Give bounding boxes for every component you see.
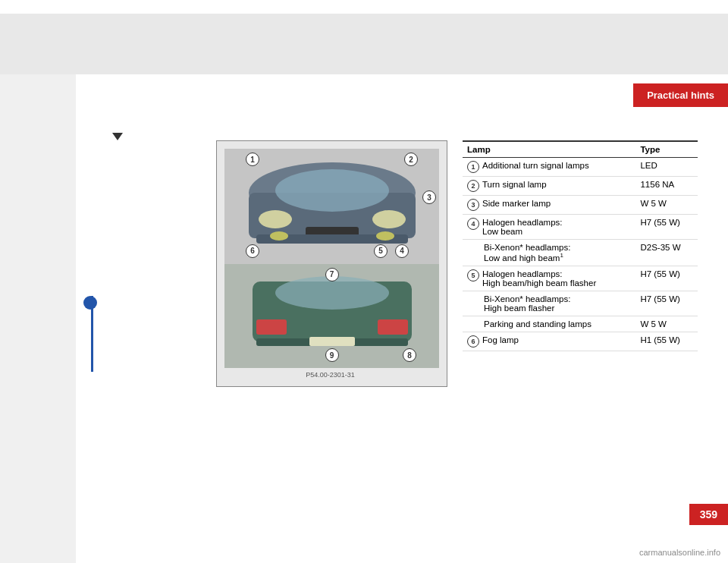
lamp-cell: 4 Halogen headlamps:Low beam (463, 215, 635, 240)
lamp-num-5: 5 (467, 269, 479, 282)
type-cell-4: H7 (55 W) (635, 215, 698, 240)
lamp-desc-2: Turn signal lamp (482, 180, 631, 189)
table-row: 6 Fog lamp H1 (55 W) (463, 332, 698, 351)
lamp-cell-sub2: Parking and standing lamps (463, 316, 635, 332)
type-cell-5c: W 5 W (635, 316, 698, 332)
svg-rect-11 (256, 319, 287, 335)
car-diagram: 1 2 3 4 5 6 7 8 9 P54.00-2301-31 (216, 140, 447, 387)
page-number-box: 359 (689, 504, 728, 525)
type-cell-6: H1 (55 W) (635, 332, 698, 351)
type-cell-4b: D2S-35 W (635, 240, 698, 266)
col-type-header: Type (635, 141, 698, 158)
lamp-cell: 5 Halogen headlamps:High beam/high beam … (463, 266, 635, 291)
arrow-down-icon (112, 133, 123, 140)
table-row: Parking and standing lamps W 5 W (463, 316, 698, 332)
table-row: 1 Additional turn signal lamps LED (463, 158, 698, 177)
svg-point-8 (376, 231, 394, 241)
car-front-view: 1 2 3 4 5 6 (224, 149, 439, 264)
diagram-num-2: 2 (404, 153, 418, 166)
svg-point-10 (275, 276, 389, 310)
diagram-num-4: 4 (395, 244, 409, 258)
type-cell-1: LED (635, 158, 698, 177)
table-row: Bi-Xenon* headlamps:Low and high beam1 D… (463, 240, 698, 266)
lamp-desc-4: Halogen headlamps:Low beam (482, 218, 631, 236)
table-row: 4 Halogen headlamps:Low beam H7 (55 W) (463, 215, 698, 240)
svg-point-7 (270, 231, 288, 241)
lamp-cell: 2 Turn signal lamp (463, 177, 635, 196)
svg-point-2 (275, 169, 389, 212)
svg-point-3 (259, 210, 292, 228)
lamp-desc-6: Fog lamp (482, 335, 631, 344)
diagram-num-7: 7 (325, 268, 339, 282)
lamp-num-2: 2 (467, 180, 479, 192)
lamp-desc-4b: Bi-Xenon* headlamps:Low and high beam1 (484, 243, 570, 263)
lamp-desc-5b: Bi-Xenon* headlamps:High beam flasher (484, 294, 570, 313)
practical-hints-tab: Practical hints (633, 83, 728, 107)
diagram-num-5: 5 (374, 244, 388, 258)
blue-circle-marker (83, 296, 97, 310)
diagram-num-6: 6 (246, 244, 259, 258)
watermark: carmanualsonline.info (639, 548, 720, 557)
blue-vertical-line (91, 296, 93, 372)
table-row: 5 Halogen headlamps:High beam/high beam … (463, 266, 698, 291)
lamp-desc-3: Side marker lamp (482, 199, 631, 208)
lamp-desc-5c: Parking and standing lamps (484, 319, 592, 329)
diagram-num-1: 1 (246, 153, 259, 166)
lamp-cell-sub: Bi-Xenon* headlamps:Low and high beam1 (463, 240, 635, 266)
col-lamp-header: Lamp (463, 141, 635, 158)
diagram-num-8: 8 (403, 348, 416, 362)
lamp-table: Lamp Type 1 Additional turn signal lamps… (463, 140, 698, 351)
diagram-caption: P54.00-2301-31 (306, 371, 358, 379)
lamp-desc-5: Halogen headlamps:High beam/high beam fl… (482, 269, 631, 288)
diagram-num-3: 3 (422, 190, 436, 204)
table-row: 3 Side marker lamp W 5 W (463, 196, 698, 215)
car-rear-view: 7 8 9 (224, 264, 439, 368)
practical-hints-label: Practical hints (647, 90, 714, 101)
lamp-table-wrapper: Lamp Type 1 Additional turn signal lamps… (463, 140, 698, 351)
page-number: 359 (700, 508, 717, 521)
lamp-desc-1: Additional turn signal lamps (482, 161, 631, 170)
type-cell-5: H7 (55 W) (635, 266, 698, 291)
svg-rect-12 (378, 319, 408, 335)
diagram-num-9: 9 (325, 348, 339, 362)
lamp-num-3: 3 (467, 199, 479, 211)
lamp-cell: 3 Side marker lamp (463, 196, 635, 215)
table-row: Bi-Xenon* headlamps:High beam flasher H7… (463, 291, 698, 316)
lamp-num-6: 6 (467, 335, 479, 348)
svg-rect-14 (309, 337, 355, 346)
lamp-num-4: 4 (467, 218, 479, 230)
lamp-cell: 1 Additional turn signal lamps (463, 158, 635, 177)
type-cell-2: 1156 NA (635, 177, 698, 196)
lamp-num-1: 1 (467, 161, 479, 173)
lamp-cell: 6 Fog lamp (463, 332, 635, 351)
svg-point-4 (372, 210, 406, 228)
table-row: 2 Turn signal lamp 1156 NA (463, 177, 698, 196)
left-sidebar (0, 14, 76, 563)
type-cell-5b: H7 (55 W) (635, 291, 698, 316)
type-cell-3: W 5 W (635, 196, 698, 215)
top-gray-bar (0, 14, 728, 74)
lamp-cell-sub: Bi-Xenon* headlamps:High beam flasher (463, 291, 635, 316)
